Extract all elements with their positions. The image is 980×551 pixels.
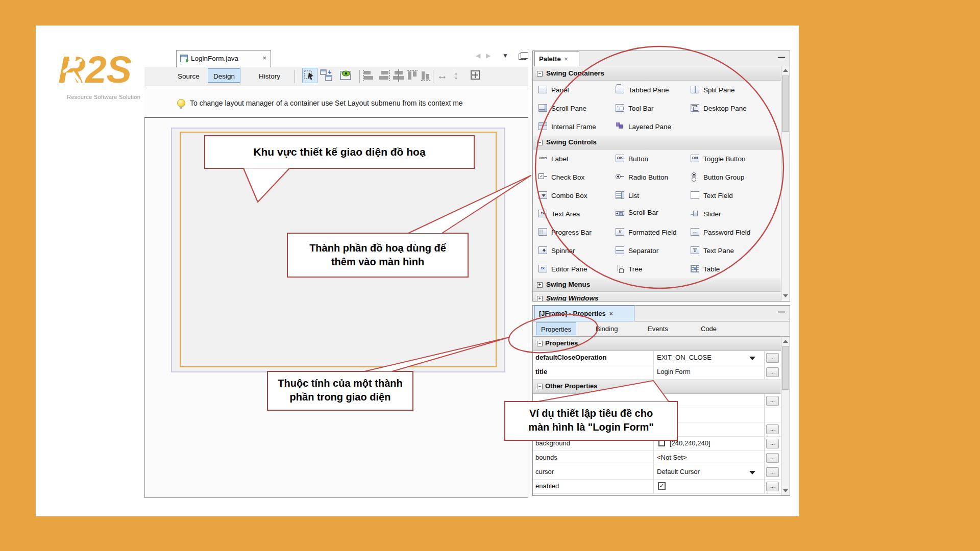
scroll-up-icon[interactable] <box>783 340 788 343</box>
property-row-defaultcloseoperation[interactable]: defaultCloseOperation EXIT_ON_CLOSE ... <box>533 351 781 365</box>
view-button-history[interactable]: History <box>254 69 285 84</box>
property-editor-button[interactable]: ... <box>766 396 779 406</box>
palette-body: − Swing Containers Panel Tabbed Pane Spl… <box>532 66 790 302</box>
palette-item-table[interactable]: Table <box>691 264 777 274</box>
dropdown-arrow-icon[interactable] <box>749 357 755 360</box>
property-row-cursor[interactable]: cursor Default Cursor ... <box>533 465 781 480</box>
property-section-other-properties[interactable]: − Other Properties <box>533 380 781 394</box>
collapse-icon[interactable]: − <box>537 341 543 346</box>
tab-close-icon[interactable]: × <box>262 54 266 62</box>
tab-binding[interactable]: Binding <box>591 322 622 335</box>
float-window-icon[interactable] <box>519 54 526 60</box>
palette-item-separator[interactable]: Separator <box>616 245 687 256</box>
center-horizontal-icon[interactable] <box>392 69 405 84</box>
property-row-title[interactable]: title Login Form ... <box>533 365 781 380</box>
palette-item-check-box[interactable]: Check Box <box>538 172 612 182</box>
property-editor-button[interactable]: ... <box>766 439 779 448</box>
properties-scrollbar[interactable] <box>781 337 790 495</box>
view-button-source[interactable]: Source <box>173 69 205 84</box>
scrollbar-thumb[interactable] <box>782 346 789 390</box>
section-swing-menus[interactable]: + Swing Menus <box>533 278 781 292</box>
palette-tab[interactable]: Palette× <box>534 51 579 67</box>
expand-icon[interactable]: + <box>537 282 543 288</box>
palette-item-panel[interactable]: Panel <box>538 85 612 95</box>
nav-forward-icon[interactable]: ▶ <box>486 52 491 60</box>
palette-item-internal-frame[interactable]: Internal Frame <box>538 121 612 132</box>
palette-item-button[interactable]: Button <box>616 154 687 164</box>
palette-close-icon[interactable]: × <box>565 56 568 63</box>
properties-panel-tab[interactable]: [JFrame] - Properties× <box>534 306 634 321</box>
selection-mode-icon[interactable] <box>302 68 317 83</box>
palette-item-editor-pane[interactable]: Editor Pane <box>538 264 612 274</box>
properties-close-icon[interactable]: × <box>609 310 613 317</box>
palette-item-text-field[interactable]: Text Field <box>691 190 777 201</box>
callout-design-area: Khu vực thiết kế giao diện đồ hoạ <box>204 135 475 169</box>
palette-item-combo-box[interactable]: Combo Box <box>538 190 612 201</box>
palette-item-radio-button[interactable]: Radio Button <box>616 172 687 182</box>
palette-item-label[interactable]: Label <box>538 154 612 164</box>
scroll-down-icon[interactable] <box>783 294 788 297</box>
tab-list-dropdown-icon[interactable]: ▼ <box>502 52 508 60</box>
scrollbar-thumb[interactable] <box>782 76 789 132</box>
properties-tab-label: [JFrame] - Properties <box>539 310 606 317</box>
palette-minimize-button[interactable]: — <box>778 53 785 61</box>
palette-item-spinner[interactable]: Spinner <box>538 245 612 256</box>
property-editor-button[interactable]: ... <box>766 367 779 377</box>
tab-events[interactable]: Events <box>643 322 673 335</box>
align-bottom-icon[interactable] <box>421 69 432 84</box>
palette-item-slider[interactable]: Slider <box>691 209 777 219</box>
collapse-icon[interactable]: − <box>537 384 543 389</box>
palette-item-scroll-pane[interactable]: Scroll Pane <box>538 103 612 113</box>
palette-item-toggle-button[interactable]: Toggle Button <box>691 154 777 164</box>
palette-item-layered-pane[interactable]: Layered Pane <box>616 121 687 132</box>
tab-code[interactable]: Code <box>696 322 721 335</box>
section-swing-controls[interactable]: − Swing Controls <box>533 136 781 149</box>
palette-item-desktop-pane[interactable]: Desktop Pane <box>691 103 772 113</box>
palette-item-tree[interactable]: Tree <box>616 264 687 274</box>
preview-design-icon[interactable] <box>339 68 354 84</box>
expand-icon[interactable]: + <box>537 296 543 302</box>
align-top-icon[interactable] <box>407 69 420 84</box>
palette-item-button-group[interactable]: Button Group <box>691 172 777 182</box>
scroll-down-icon[interactable] <box>783 489 788 492</box>
connection-mode-icon[interactable] <box>320 68 335 84</box>
collapse-icon[interactable]: − <box>537 140 543 145</box>
property-editor-button[interactable]: ... <box>766 424 779 434</box>
property-editor-button[interactable]: ... <box>766 482 779 491</box>
palette-item-text-area[interactable]: Text Area <box>538 209 612 219</box>
properties-minimize-button[interactable]: — <box>778 308 785 316</box>
align-right-icon[interactable] <box>377 69 390 84</box>
palette-item-progress-bar[interactable]: Progress Bar <box>538 227 612 237</box>
palette-item-scroll-bar[interactable]: Scroll Bar <box>616 209 687 219</box>
property-editor-button[interactable]: ... <box>766 353 779 363</box>
palette-item-tool-bar[interactable]: Tool Bar <box>616 103 687 113</box>
align-left-icon[interactable] <box>362 69 376 84</box>
dropdown-arrow-icon[interactable] <box>749 471 755 474</box>
radio-button-icon <box>616 173 624 181</box>
view-button-design[interactable]: Design <box>208 68 240 83</box>
collapse-icon[interactable]: − <box>537 71 543 77</box>
grid-mode-icon[interactable] <box>471 70 480 80</box>
nav-back-icon[interactable]: ◀ <box>476 52 480 60</box>
palette-item-formatted-field[interactable]: Formatted Field <box>616 227 687 237</box>
palette-item-text-pane[interactable]: Text Pane <box>691 245 777 256</box>
section-swing-containers[interactable]: − Swing Containers <box>533 67 781 81</box>
separator-icon <box>616 246 624 254</box>
property-editor-button[interactable]: ... <box>766 453 779 463</box>
property-row-enabled[interactable]: enabled ✓ ... <box>533 480 781 494</box>
tab-properties[interactable]: Properties <box>536 322 576 335</box>
document-tab-loginform[interactable]: LoginForm.java × <box>176 50 271 67</box>
checkbox-checked[interactable]: ✓ <box>658 482 666 490</box>
property-editor-button[interactable]: ... <box>766 467 779 477</box>
property-row-bounds[interactable]: bounds <Not Set> ... <box>533 451 781 465</box>
palette-item-password-field[interactable]: Password Field <box>691 227 777 237</box>
palette-item-list[interactable]: List <box>616 190 687 201</box>
palette-scrollbar[interactable] <box>781 66 790 300</box>
property-section-properties[interactable]: − Properties <box>533 337 781 351</box>
scroll-up-icon[interactable] <box>783 69 788 72</box>
resize-horizontal-icon[interactable]: ↔ <box>437 69 448 82</box>
resize-vertical-icon[interactable]: ↕ <box>453 69 459 82</box>
section-swing-windows[interactable]: + Swing Windows <box>533 292 781 302</box>
palette-item-tabbed-pane[interactable]: Tabbed Pane <box>616 85 687 95</box>
palette-item-split-pane[interactable]: Split Pane <box>691 85 772 95</box>
